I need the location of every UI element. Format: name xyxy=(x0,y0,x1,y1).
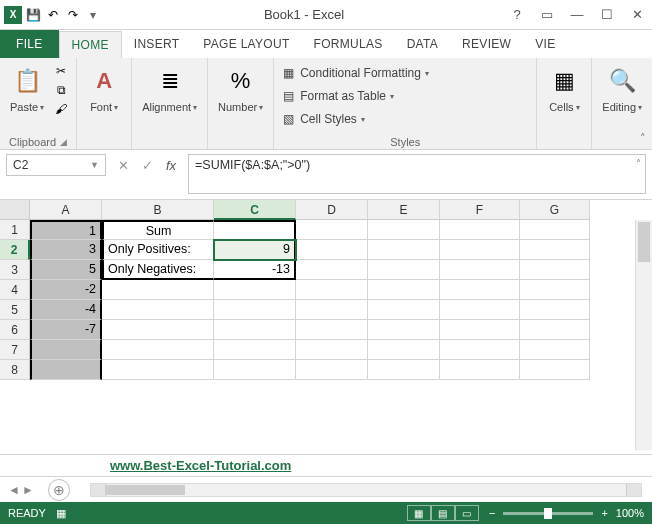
cell[interactable] xyxy=(520,220,590,240)
view-normal-icon[interactable]: ▦ xyxy=(407,505,431,521)
cell[interactable] xyxy=(368,280,440,300)
cell[interactable]: Only Positives: xyxy=(102,240,214,260)
sheet-nav[interactable]: ◄► xyxy=(0,483,42,497)
cell[interactable] xyxy=(102,300,214,320)
scrollbar-thumb[interactable] xyxy=(105,485,185,495)
fx-icon[interactable]: fx xyxy=(162,158,180,173)
cell[interactable]: -13 xyxy=(214,260,296,280)
cell[interactable] xyxy=(214,340,296,360)
copy-icon[interactable]: ⧉ xyxy=(52,82,70,98)
cancel-formula-icon[interactable]: ✕ xyxy=(114,158,132,173)
cell[interactable] xyxy=(296,300,368,320)
row-header[interactable]: 6 xyxy=(0,320,30,340)
new-sheet-button[interactable]: ⊕ xyxy=(48,479,70,501)
help-icon[interactable]: ? xyxy=(502,3,532,27)
cell[interactable] xyxy=(296,360,368,380)
expand-formula-icon[interactable]: ˄ xyxy=(636,158,641,169)
cell[interactable] xyxy=(520,240,590,260)
nav-next-icon[interactable]: ► xyxy=(22,483,34,497)
cell[interactable]: Only Negatives: xyxy=(102,260,214,280)
cell[interactable]: -4 xyxy=(30,300,102,320)
minimize-icon[interactable]: — xyxy=(562,3,592,27)
cell[interactable] xyxy=(102,340,214,360)
paste-button[interactable]: 📋 Paste▾ xyxy=(6,61,48,115)
format-painter-icon[interactable]: 🖌 xyxy=(52,101,70,117)
cell-styles-button[interactable]: ▧Cell Styles ▾ xyxy=(280,109,429,129)
cell[interactable] xyxy=(440,280,520,300)
col-header-g[interactable]: G xyxy=(520,200,590,220)
cell[interactable] xyxy=(368,320,440,340)
cell[interactable] xyxy=(296,260,368,280)
zoom-knob[interactable] xyxy=(544,508,552,519)
horizontal-scrollbar[interactable] xyxy=(90,483,642,497)
tab-file[interactable]: FILE xyxy=(0,30,59,58)
cell[interactable] xyxy=(102,320,214,340)
cell[interactable] xyxy=(520,280,590,300)
cell[interactable]: -2 xyxy=(30,280,102,300)
cell[interactable] xyxy=(368,360,440,380)
cell[interactable] xyxy=(296,320,368,340)
cell[interactable] xyxy=(520,340,590,360)
cell[interactable] xyxy=(296,220,368,240)
cell[interactable] xyxy=(520,260,590,280)
enter-formula-icon[interactable]: ✓ xyxy=(138,158,156,173)
editing-button[interactable]: 🔍 Editing▾ xyxy=(598,61,646,115)
row-header[interactable]: 5 xyxy=(0,300,30,320)
cell[interactable] xyxy=(440,340,520,360)
save-icon[interactable]: 💾 xyxy=(24,6,42,24)
cell[interactable] xyxy=(296,340,368,360)
col-header-f[interactable]: F xyxy=(440,200,520,220)
tab-review[interactable]: REVIEW xyxy=(450,30,523,58)
zoom-out-icon[interactable]: − xyxy=(489,507,495,519)
cell[interactable] xyxy=(520,300,590,320)
name-box[interactable]: C2 ▼ xyxy=(6,154,106,176)
spreadsheet-grid[interactable]: A B C D E F G 1 1 Sum 2 3 Only Positives… xyxy=(0,200,652,450)
row-header[interactable]: 8 xyxy=(0,360,30,380)
cell[interactable] xyxy=(214,220,296,240)
zoom-slider[interactable] xyxy=(503,512,593,515)
tab-data[interactable]: DATA xyxy=(395,30,450,58)
number-button[interactable]: % Number▾ xyxy=(214,61,267,115)
launcher-icon[interactable]: ◢ xyxy=(60,137,67,147)
scrollbar-thumb[interactable] xyxy=(638,222,650,262)
macro-record-icon[interactable]: ▦ xyxy=(56,507,66,520)
col-header-d[interactable]: D xyxy=(296,200,368,220)
tutorial-link[interactable]: www.Best-Excel-Tutorial.com xyxy=(110,458,291,473)
cell[interactable] xyxy=(214,300,296,320)
cell[interactable] xyxy=(440,300,520,320)
undo-icon[interactable]: ↶ xyxy=(44,6,62,24)
row-header[interactable]: 1 xyxy=(0,220,30,240)
cell[interactable] xyxy=(102,360,214,380)
cell[interactable] xyxy=(102,280,214,300)
row-header[interactable]: 4 xyxy=(0,280,30,300)
cell[interactable] xyxy=(440,260,520,280)
cell[interactable]: 1 xyxy=(30,220,102,240)
cell[interactable] xyxy=(368,220,440,240)
cell[interactable] xyxy=(440,320,520,340)
tab-page-layout[interactable]: PAGE LAYOUT xyxy=(191,30,301,58)
font-button[interactable]: A Font▾ xyxy=(83,61,125,115)
cell[interactable] xyxy=(368,240,440,260)
cell[interactable] xyxy=(214,320,296,340)
conditional-formatting-button[interactable]: ▦Conditional Formatting ▾ xyxy=(280,63,429,83)
cell[interactable]: -7 xyxy=(30,320,102,340)
close-icon[interactable]: ✕ xyxy=(622,3,652,27)
row-header[interactable]: 3 xyxy=(0,260,30,280)
qat-customize-icon[interactable]: ▾ xyxy=(84,6,102,24)
col-header-c[interactable]: C xyxy=(214,200,296,220)
col-header-b[interactable]: B xyxy=(102,200,214,220)
cell[interactable] xyxy=(520,320,590,340)
cell-active[interactable]: 9 xyxy=(214,240,296,260)
cell[interactable] xyxy=(30,360,102,380)
tab-view[interactable]: VIE xyxy=(523,30,567,58)
cell[interactable] xyxy=(520,360,590,380)
col-header-e[interactable]: E xyxy=(368,200,440,220)
row-header[interactable]: 2 xyxy=(0,240,30,260)
zoom-in-icon[interactable]: + xyxy=(601,507,607,519)
maximize-icon[interactable]: ☐ xyxy=(592,3,622,27)
alignment-button[interactable]: ≣ Alignment▾ xyxy=(138,61,201,115)
format-as-table-button[interactable]: ▤Format as Table ▾ xyxy=(280,86,429,106)
cell[interactable]: 3 xyxy=(30,240,102,260)
tab-insert[interactable]: INSERT xyxy=(122,30,192,58)
nav-prev-icon[interactable]: ◄ xyxy=(8,483,20,497)
